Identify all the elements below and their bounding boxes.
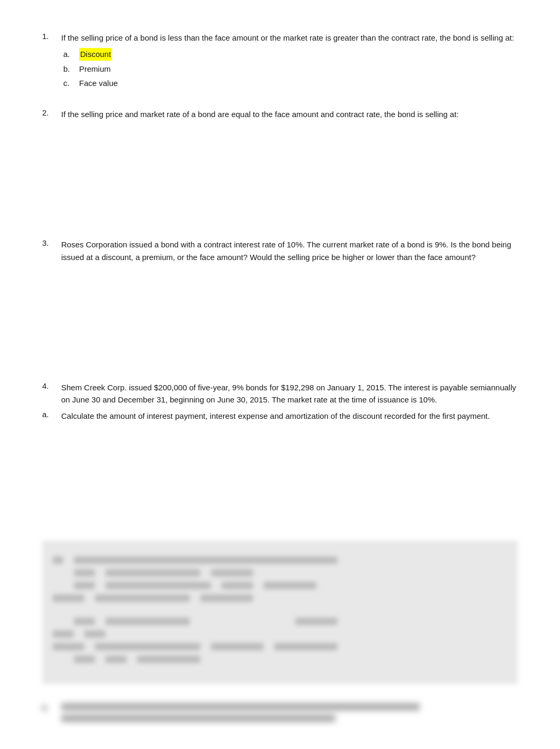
question-4a-row: a. Calculate the amount of interest paym… (42, 410, 518, 422)
question-6-number: 6. (42, 703, 61, 712)
blurred-row-1 (53, 556, 507, 564)
option-1c: c. Face value (63, 77, 518, 89)
question-4-text: Shem Creek Corp. issued $200,000 of five… (61, 381, 518, 406)
question-4a-label: a. (42, 410, 61, 419)
blurred-cell-lbl-6 (211, 643, 264, 650)
blurred-cell-val-3 (105, 582, 211, 589)
question-6-blurred-hint: 6. (42, 703, 518, 722)
option-1b-text: Premium (79, 63, 111, 75)
blurred-cell-indent-1 (74, 569, 95, 577)
blurred-cell-number (53, 556, 63, 564)
blurred-spacer-1 (53, 607, 507, 618)
question-5-blurred-block (42, 541, 518, 684)
blurred-cell-val-7 (295, 618, 337, 625)
question-2-row: 2. If the selling price and market rate … (42, 108, 518, 120)
blurred-cell-lbl-5 (95, 643, 200, 650)
blurred-cell-label-1 (53, 594, 84, 602)
blurred-cell-indent-3 (74, 618, 95, 625)
blurred-cell-sm-2 (84, 630, 105, 638)
blurred-cell-sm-3 (105, 656, 127, 663)
question-1: 1. If the selling price of a bond is les… (42, 32, 518, 89)
blurred-row-8 (53, 656, 507, 663)
option-1a-text: Discount (79, 48, 112, 60)
blurred-cell-sm-4 (137, 656, 200, 663)
blurred-line-1 (61, 703, 420, 710)
option-1c-text: Face value (79, 77, 118, 89)
blurred-row-6 (53, 630, 507, 638)
question-6-row: 6. (42, 703, 518, 722)
blurred-cell-val-2 (211, 569, 253, 577)
blurred-cell-label-2 (95, 594, 190, 602)
blurred-cell-lbl-7 (274, 643, 337, 650)
blurred-cell-val-4 (221, 582, 253, 589)
question-3-number: 3. (42, 238, 61, 247)
blurred-cell-indent-4 (74, 656, 95, 663)
question-4a-text: Calculate the amount of interest payment… (61, 410, 518, 422)
blurred-cell-text-1 (74, 556, 337, 564)
question-2-answer-space (42, 124, 518, 219)
question-2-number: 2. (42, 108, 61, 117)
blurred-row-4 (53, 594, 507, 602)
blurred-row-2 (53, 569, 507, 577)
option-1b-label: b. (63, 63, 79, 75)
blurred-content-area (42, 541, 518, 684)
option-1a-label: a. (63, 48, 79, 60)
question-1-row: 1. If the selling price of a bond is les… (42, 32, 518, 44)
question-4-number: 4. (42, 381, 61, 390)
blurred-cell-label-3 (200, 594, 253, 602)
blurred-line-2 (61, 715, 335, 722)
question-4-row: 4. Shem Creek Corp. issued $200,000 of f… (42, 381, 518, 406)
blurred-cell-val-1 (105, 569, 200, 577)
question-1-text: If the selling price of a bond is less t… (61, 32, 518, 44)
blurred-row-7 (53, 643, 507, 650)
question-5-blurred (42, 541, 518, 684)
blurred-cell-lbl-4 (53, 643, 84, 650)
blurred-cell-indent-2 (74, 582, 95, 589)
blurred-cell-sm-1 (53, 630, 74, 638)
question-3-answer-space (42, 267, 518, 362)
question-2-text: If the selling price and market rate of … (61, 108, 518, 120)
blurred-cell-val-5 (264, 582, 316, 589)
option-1b: b. Premium (63, 63, 518, 75)
question-1-number: 1. (42, 32, 61, 41)
question-2: 2. If the selling price and market rate … (42, 108, 518, 219)
question-3-text: Roses Corporation issued a bond with a c… (61, 238, 518, 263)
blurred-row-5 (53, 618, 507, 625)
option-1c-label: c. (63, 77, 79, 89)
question-1-options: a. Discount b. Premium c. Face value (42, 48, 518, 89)
question-4-answer-space (42, 427, 518, 522)
blurred-cell-val-6 (105, 618, 190, 625)
question-3-row: 3. Roses Corporation issued a bond with … (42, 238, 518, 263)
option-1a: a. Discount (63, 48, 518, 60)
question-3: 3. Roses Corporation issued a bond with … (42, 238, 518, 362)
blurred-row-3 (53, 582, 507, 589)
question-4: 4. Shem Creek Corp. issued $200,000 of f… (42, 381, 518, 522)
question-6-text-blurred (61, 703, 420, 722)
